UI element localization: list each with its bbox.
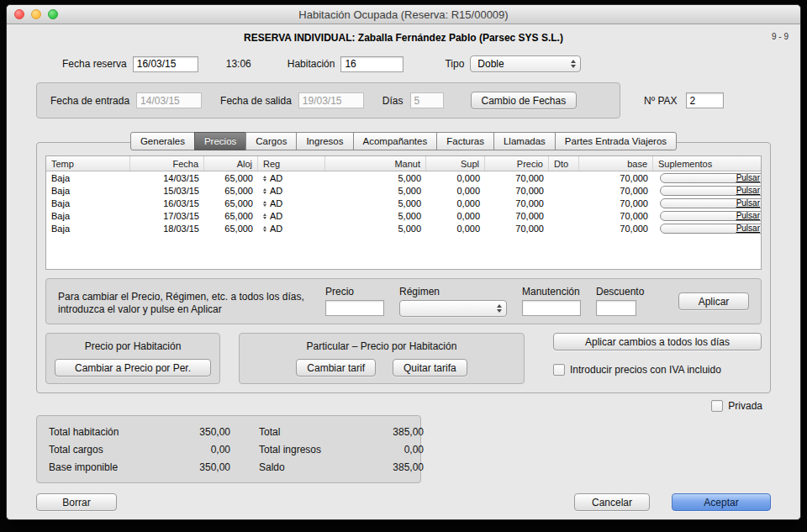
saldo-value: 385,00 [358, 461, 424, 473]
zoom-window-button[interactable] [48, 9, 58, 19]
privada-checkbox[interactable] [711, 400, 723, 412]
pax-label: Nº PAX [644, 95, 678, 107]
pulsar-button[interactable]: Pulsar [660, 224, 761, 234]
total-label: Total [259, 426, 358, 438]
borrar-button[interactable]: Borrar [36, 493, 117, 511]
total-cargos-label: Total cargos [49, 444, 165, 456]
pulsar-button[interactable]: Pulsar [660, 173, 761, 183]
tab-precios[interactable]: Precios [194, 132, 246, 150]
cell-base: 70,000 [579, 173, 653, 183]
col-header-precio: Precio [485, 156, 549, 171]
tab-llamadas[interactable]: Llamadas [493, 132, 556, 150]
cell-manut: 5,000 [325, 186, 426, 196]
col-header-fecha: Fecha [130, 156, 204, 171]
total-value: 385,00 [358, 426, 424, 438]
cambiar-tarif-button[interactable]: Cambiar tarif [296, 359, 376, 377]
price-table: Temp Fecha Aloj Reg Manut Supl Precio Dt… [45, 155, 762, 270]
cell-aloj: 65,000 [204, 186, 258, 196]
total-ingresos-label: Total ingresos [259, 444, 358, 456]
tab-generales[interactable]: Generales [130, 132, 195, 150]
cell-reg: AD [258, 198, 325, 208]
salida-input [298, 92, 364, 108]
reservation-header-row: RESERVA INDIVIDUAL: Zaballa Fernández Pa… [7, 30, 800, 45]
pax-input[interactable] [686, 92, 724, 108]
reservation-header-title: RESERVA INDIVIDUAL: Zaballa Fernández Pa… [244, 32, 563, 44]
reg-popup-icon [263, 213, 266, 219]
fecha-reserva-input[interactable] [133, 56, 198, 72]
reservation-fields-row: Fecha reserva 13:06 Habitación Tipo Dobl… [62, 55, 800, 72]
desktop-background: Habitación Ocupada (Reserva: R15/00009) … [0, 0, 807, 532]
tab-acompanantes[interactable]: Acompañantes [353, 132, 438, 150]
price-table-row[interactable]: Baja 16/03/15 65,000 AD 5,000 0,000 70,0… [46, 197, 761, 209]
col-header-supl: Supl [426, 156, 485, 171]
salida-label: Fecha de salida [220, 95, 292, 107]
aplicar-todos-button[interactable]: Aplicar cambios a todos los días [553, 333, 762, 350]
price-table-row[interactable]: Baja 14/03/15 65,000 AD 5,000 0,000 70,0… [46, 171, 761, 184]
footer-buttons: Borrar Cancelar Aceptar [36, 493, 771, 511]
aplicar-button[interactable]: Aplicar [678, 292, 749, 310]
cell-manut: 5,000 [325, 198, 426, 208]
privada-checkbox-row[interactable]: Privada [711, 400, 762, 412]
cancelar-button[interactable]: Cancelar [574, 493, 650, 511]
reserva-time: 13:06 [226, 58, 251, 70]
cell-reg: AD [258, 211, 325, 221]
pulsar-button[interactable]: Pulsar [660, 198, 761, 208]
popup-arrows-icon [571, 60, 576, 68]
saldo-label: Saldo [259, 461, 358, 473]
habitacion-input[interactable] [340, 56, 404, 72]
cell-temp: Baja [46, 198, 130, 208]
cell-fecha: 16/03/15 [130, 198, 204, 208]
close-window-button[interactable] [14, 9, 24, 19]
tab-ingresos[interactable]: Ingresos [296, 132, 353, 150]
tipo-select[interactable]: Doble [470, 55, 581, 72]
tab-facturas[interactable]: Facturas [436, 132, 494, 150]
minimize-window-button[interactable] [31, 9, 41, 19]
pax-group: Nº PAX [644, 92, 724, 108]
manutencion-input[interactable] [522, 300, 581, 316]
iva-checkbox-row[interactable]: Introducir precios con IVA incluido [553, 364, 762, 376]
entrada-label: Fecha de entrada [50, 95, 129, 107]
cell-supl: 0,000 [426, 186, 485, 196]
precio-input[interactable] [325, 300, 384, 316]
quitar-tarifa-button[interactable]: Quitar tarifa [393, 359, 467, 377]
cell-temp: Baja [46, 224, 130, 234]
cell-supl: 0,000 [426, 173, 485, 183]
descuento-input[interactable] [596, 300, 636, 316]
total-habitacion-value: 350,00 [165, 426, 230, 438]
price-table-row[interactable]: Baja 18/03/15 65,000 AD 5,000 0,000 70,0… [46, 222, 761, 234]
cell-manut: 5,000 [325, 173, 426, 183]
totals-row: Total cargos 0,00 Total ingresos 0,00 [49, 440, 409, 458]
col-header-dto: Dto [549, 156, 579, 171]
cell-reg: AD [258, 173, 325, 183]
aceptar-button[interactable]: Aceptar [672, 493, 771, 511]
col-header-suplementos: Suplementos [653, 156, 761, 171]
cell-temp: Baja [46, 211, 130, 221]
price-mode-row: Precio por Habitación Cambiar a Precio p… [45, 333, 762, 384]
iva-checkbox[interactable] [553, 364, 565, 376]
iva-checkbox-label: Introducir precios con IVA incluido [570, 364, 721, 376]
regimen-field-group: Régimen [399, 286, 507, 317]
cell-fecha: 14/03/15 [130, 173, 204, 183]
regimen-select[interactable] [399, 300, 507, 317]
pulsar-button[interactable]: Pulsar [660, 211, 761, 221]
price-table-row[interactable]: Baja 17/03/15 65,000 AD 5,000 0,000 70,0… [46, 209, 761, 222]
base-imponible-value: 350,00 [165, 461, 230, 473]
total-cargos-value: 0,00 [165, 444, 230, 456]
cell-fecha: 15/03/15 [130, 186, 204, 196]
apply-all-column: Aplicar cambios a todos los días Introdu… [553, 333, 762, 376]
cell-precio: 70,000 [485, 211, 549, 221]
tab-cargos[interactable]: Cargos [245, 132, 297, 150]
reg-popup-icon [263, 188, 266, 194]
particular-precio-title: Particular – Precio por Habitación [248, 340, 515, 352]
titlebar[interactable]: Habitación Ocupada (Reserva: R15/00009) [7, 5, 800, 24]
cambio-fechas-button[interactable]: Cambio de Fechas [471, 92, 578, 109]
tab-partes-entrada-viajeros[interactable]: Partes Entrada Viajeros [555, 132, 677, 150]
cambiar-precio-per-button[interactable]: Cambiar a Precio por Per. [55, 359, 211, 377]
cell-supl: 0,000 [426, 198, 485, 208]
tipo-selected-value: Doble [477, 58, 504, 70]
pulsar-button[interactable]: Pulsar [660, 186, 761, 196]
price-table-row[interactable]: Baja 15/03/15 65,000 AD 5,000 0,000 70,0… [46, 184, 761, 197]
total-ingresos-value: 0,00 [358, 444, 424, 456]
cell-suplementos: Pulsar [653, 211, 761, 221]
manutencion-label: Manutención [522, 286, 581, 298]
